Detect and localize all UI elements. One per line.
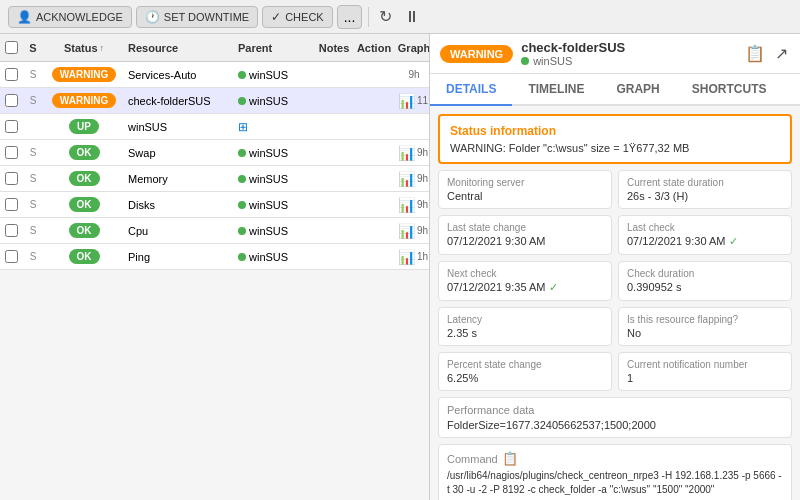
graph-icon[interactable]: 📊: [398, 249, 415, 265]
row-checkbox[interactable]: [5, 94, 18, 107]
info-grid-2: Last state change 07/12/2021 9:30 AM Las…: [438, 215, 792, 255]
row-checkbox[interactable]: [5, 120, 18, 133]
row-checkbox[interactable]: [5, 250, 18, 263]
resource-title-block: check-folderSUS winSUS: [521, 40, 625, 67]
tab-graph[interactable]: GRAPH: [600, 74, 675, 106]
col-resource-header[interactable]: Resource: [124, 42, 234, 54]
tabs: DETAILS TIMELINE GRAPH SHORTCUTS: [430, 74, 800, 106]
graph-icon[interactable]: 📊: [398, 223, 415, 239]
col-s-header[interactable]: S: [22, 40, 44, 56]
table-row[interactable]: S WARNING Services-Auto winSUS 9h: [0, 62, 429, 88]
row-status: OK: [44, 249, 124, 264]
row-parent: winSUS: [234, 199, 314, 211]
left-panel: S Status ↑ Resource Parent Notes Action …: [0, 34, 430, 500]
table-row[interactable]: S OK Memory winSUS 📊9h: [0, 166, 429, 192]
row-checkbox[interactable]: [5, 68, 18, 81]
warning-badge: WARNING: [440, 45, 513, 63]
table-header: S Status ↑ Resource Parent Notes Action …: [0, 34, 429, 62]
table-row[interactable]: S OK Cpu winSUS 📊9h: [0, 218, 429, 244]
col-notes-header[interactable]: Notes: [314, 40, 354, 56]
status-badge: OK: [69, 197, 100, 212]
info-grid-4: Latency 2.35 s Is this resource flapping…: [438, 307, 792, 346]
row-status: UP: [44, 119, 124, 134]
set-downtime-label: SET DOWNTIME: [164, 11, 249, 23]
select-all-checkbox[interactable]: [5, 41, 18, 54]
check-icon: ✓: [271, 10, 281, 24]
graph-icon[interactable]: 📊: [398, 145, 415, 161]
info-grid-1: Monitoring server Central Current state …: [438, 170, 792, 209]
table-row[interactable]: S OK Swap winSUS 📊9h: [0, 140, 429, 166]
row-s: S: [22, 95, 44, 106]
row-parent: winSUS: [234, 225, 314, 237]
row-resource: Swap: [124, 147, 234, 159]
row-checkbox[interactable]: [5, 172, 18, 185]
row-graph: 📊11: [394, 93, 429, 109]
row-check: [0, 146, 22, 159]
row-time: 9h: [415, 199, 429, 210]
table-row[interactable]: UP winSUS ⊞: [0, 114, 429, 140]
next-check-label: Next check: [447, 268, 603, 279]
pause-button[interactable]: ⏸: [400, 8, 424, 26]
external-link-button[interactable]: ↗: [773, 42, 790, 65]
info-grid-5: Percent state change 6.25% Current notif…: [438, 352, 792, 391]
latency-label: Latency: [447, 314, 603, 325]
s-icon: S: [30, 199, 37, 210]
status-badge: OK: [69, 171, 100, 186]
tab-shortcuts[interactable]: SHORTCUTS: [676, 74, 783, 106]
acknowledge-button[interactable]: 👤 ACKNOWLEDGE: [8, 6, 132, 28]
header-icons: 📋 ↗: [743, 42, 790, 65]
monitoring-server-value: Central: [447, 190, 603, 202]
performance-data-box: Performance data FolderSize=1677.3240566…: [438, 397, 792, 438]
performance-data-label: Performance data: [447, 404, 783, 416]
row-parent: ⊞: [234, 120, 314, 134]
tab-details[interactable]: DETAILS: [430, 74, 512, 106]
row-s: S: [22, 199, 44, 210]
row-status: OK: [44, 171, 124, 186]
copy-button[interactable]: 📋: [743, 42, 767, 65]
graph-icon[interactable]: 📊: [398, 171, 415, 187]
percent-state-change-card: Percent state change 6.25%: [438, 352, 612, 391]
row-time: 11: [415, 95, 429, 106]
row-checkbox[interactable]: [5, 146, 18, 159]
row-check: [0, 94, 22, 107]
copy-command-icon[interactable]: 📋: [502, 451, 518, 466]
graph-icon[interactable]: 📊: [398, 197, 415, 213]
row-s: S: [22, 69, 44, 80]
s-icon: S: [30, 69, 37, 80]
set-downtime-button[interactable]: 🕐 SET DOWNTIME: [136, 6, 258, 28]
table-row[interactable]: S OK Ping winSUS 📊1h: [0, 244, 429, 270]
last-check-value: 07/12/2021 9:30 AM: [627, 235, 783, 248]
check-label: CHECK: [285, 11, 324, 23]
check-button[interactable]: ✓ CHECK: [262, 6, 333, 28]
row-graph: 📊9h: [394, 197, 429, 213]
row-s: S: [22, 251, 44, 262]
performance-data-value: FolderSize=1677.32405662537;1500;2000: [447, 419, 783, 431]
s-icon: S: [30, 251, 37, 262]
s-icon: S: [30, 147, 37, 158]
col-action-header[interactable]: Action: [354, 40, 394, 56]
more-button[interactable]: ...: [337, 5, 363, 29]
row-resource: Services-Auto: [124, 69, 234, 81]
col-parent-header[interactable]: Parent: [234, 42, 314, 54]
row-status: OK: [44, 197, 124, 212]
row-checkbox[interactable]: [5, 198, 18, 211]
table-row[interactable]: S OK Disks winSUS 📊9h: [0, 192, 429, 218]
tab-timeline[interactable]: TIMELINE: [512, 74, 600, 106]
row-check: [0, 120, 22, 133]
col-parent-label: Parent: [238, 42, 272, 54]
table-row[interactable]: S WARNING check-folderSUS winSUS 📊11: [0, 88, 429, 114]
col-graph-header[interactable]: Graph: [394, 40, 430, 56]
resource-header: WARNING check-folderSUS winSUS 📋 ↗: [430, 34, 800, 74]
refresh-button[interactable]: ↻: [375, 7, 396, 26]
col-notes-label: Notes: [319, 42, 350, 54]
col-status-header[interactable]: Status ↑: [44, 42, 124, 54]
check-duration-card: Check duration 0.390952 s: [618, 261, 792, 301]
notification-number-value: 1: [627, 372, 783, 384]
acknowledge-label: ACKNOWLEDGE: [36, 11, 123, 23]
monitoring-server-label: Monitoring server: [447, 177, 603, 188]
graph-icon[interactable]: 📊: [398, 93, 415, 109]
row-checkbox[interactable]: [5, 224, 18, 237]
row-status: WARNING: [44, 93, 124, 108]
status-info-box: Status information WARNING: Folder "c:\w…: [438, 114, 792, 164]
last-check-label: Last check: [627, 222, 783, 233]
